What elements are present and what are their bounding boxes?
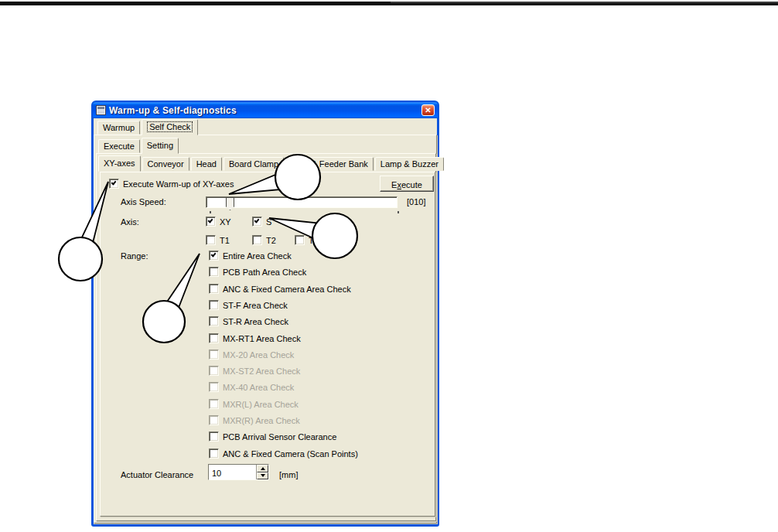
tab-label: Board Clamp: [229, 159, 278, 169]
spin-down-button[interactable]: [257, 472, 268, 480]
range-mx-40-area-check-checkbox: MX-40 Area Check: [209, 382, 294, 392]
range-st-r-area-check-checkbox[interactable]: ST-R Area Check: [209, 316, 288, 326]
tab-lamp-buzzer[interactable]: Lamp & Buzzer: [375, 157, 444, 171]
slider-tick-min: [210, 211, 211, 213]
tab-board-clamp[interactable]: Board Clamp: [224, 157, 284, 171]
range-mxr-l-area-check-checkbox: MXR(L) Area Check: [209, 399, 299, 409]
checkbox-box: [209, 431, 219, 442]
checkbox-label: MX-40 Area Check: [223, 382, 294, 392]
checkbox-box: [209, 251, 219, 261]
checkbox-box: [209, 399, 219, 409]
actuator-clearance-spinbox: [208, 464, 269, 480]
range-st-f-area-check-checkbox[interactable]: ST-F Area Check: [209, 300, 288, 310]
axis-label: Axis:: [121, 217, 139, 227]
range-mxr-r-area-check-checkbox: MXR(R) Area Check: [209, 415, 300, 425]
checkbox-label: XY: [220, 217, 231, 227]
tab-row-1: Warmup Self Check: [97, 119, 198, 135]
range-mx-rt1-area-check-checkbox[interactable]: MX-RT1 Area Check: [209, 333, 301, 343]
checkbox-box: [209, 316, 219, 326]
range-entire-area-check-checkbox[interactable]: Entire Area Check: [209, 251, 292, 261]
checkbox-label: Entire Area Check: [223, 251, 292, 261]
setting-page: XY-axesConveyorHeadBoard ClampANC & Feed…: [96, 153, 436, 521]
tab-head[interactable]: Head: [191, 157, 222, 171]
checkbox-box: [209, 300, 219, 310]
tab-self-check[interactable]: Self Check: [142, 119, 198, 135]
axis-t3-checkbox[interactable]: T3: [295, 235, 319, 245]
tab-warmup[interactable]: Warmup: [97, 121, 140, 135]
checkbox-box: [209, 284, 219, 294]
range-pcb-arrival-sensor-clearance-checkbox[interactable]: PCB Arrival Sensor Clearance: [209, 431, 336, 442]
check-mark-icon: [211, 251, 217, 257]
spin-up-icon: [261, 465, 265, 470]
checkbox-label: MXR(R) Area Check: [223, 415, 300, 425]
tab-row-2: Execute Setting: [98, 138, 179, 153]
checkbox-label: ST-R Area Check: [223, 316, 288, 326]
check-mark-icon: [111, 179, 117, 185]
title-bar[interactable]: Warm-up & Self-diagnostics ✕: [93, 102, 438, 118]
checkbox-box: [295, 235, 305, 245]
checkbox-label: ANC & Fixed Camera Area Check: [223, 284, 351, 294]
spin-buttons: [256, 465, 268, 479]
tab-label: XY-axes: [104, 159, 135, 168]
checkbox-label: MXR(L) Area Check: [223, 399, 299, 409]
axis-t1-checkbox[interactable]: T1: [206, 235, 230, 245]
checkbox-box: [252, 235, 262, 245]
self-check-page: Execute Setting XY-axesConveyorHeadBoard…: [94, 135, 437, 523]
checkbox-label: PCB Path Area Check: [223, 267, 306, 277]
checkbox-box: [209, 448, 219, 459]
actuator-clearance-input[interactable]: [209, 465, 256, 479]
tab-row-3: XY-axesConveyorHeadBoard ClampANC & Feed…: [98, 155, 444, 171]
spin-up-button[interactable]: [257, 465, 268, 472]
execute-warm-up-of-xy-axes-checkbox[interactable]: Execute Warm-up of XY-axes: [109, 179, 234, 189]
tab-label: ANC & Feeder Bank: [291, 159, 368, 169]
checkbox-box: [209, 415, 219, 425]
execute-button-label: Execute: [391, 180, 422, 189]
checkbox-label: T2: [266, 235, 276, 245]
checkbox-label: T1: [220, 235, 230, 245]
range-anc-fixed-camera-scan-points-checkbox[interactable]: ANC & Fixed Camera (Scan Points): [209, 448, 358, 459]
close-button[interactable]: ✕: [421, 104, 435, 116]
checkbox-label: T3: [309, 235, 319, 245]
checkbox-label: ANC & Fixed Camera (Scan Points): [223, 448, 358, 459]
range-anc-fixed-camera-area-check-checkbox[interactable]: ANC & Fixed Camera Area Check: [209, 284, 351, 294]
warmup-self-diagnostics-dialog: Warm-up & Self-diagnostics ✕ Warmup Self…: [91, 101, 439, 527]
checkbox-box: [206, 217, 216, 227]
checkbox-box: [209, 333, 219, 343]
tab-xy-axes[interactable]: XY-axes: [98, 155, 141, 172]
axis-t2-checkbox[interactable]: T2: [252, 235, 276, 245]
checkbox-box: [209, 366, 219, 376]
xy-axes-page: Execute Axis Speed: [010] Axis: Range: A…: [100, 172, 435, 517]
check-mark-icon: [208, 217, 213, 223]
axis-speed-slider-thumb[interactable]: [226, 197, 234, 210]
tab-conveyor[interactable]: Conveyor: [142, 157, 189, 171]
checkbox-label: PCB Arrival Sensor Clearance: [223, 431, 336, 442]
tab-label: Conveyor: [148, 159, 184, 169]
application-icon: [96, 105, 106, 115]
axis-speed-slider[interactable]: [206, 196, 398, 208]
tab-label: Lamp & Buzzer: [380, 159, 438, 169]
checkbox-label: Execute Warm-up of XY-axes: [123, 179, 234, 189]
range-mx-20-area-check-checkbox: MX-20 Area Check: [209, 350, 294, 360]
checkbox-box: [252, 217, 262, 227]
checkbox-label: MX-ST2 Area Check: [223, 366, 300, 376]
checkbox-label: ST-F Area Check: [223, 300, 288, 310]
range-pcb-path-area-check-checkbox[interactable]: PCB Path Area Check: [209, 267, 306, 277]
checkbox-label: S: [266, 217, 271, 227]
axis-s-checkbox[interactable]: S: [252, 217, 271, 227]
tab-label: Setting: [147, 141, 173, 150]
checkbox-box: [206, 235, 216, 245]
axis-xy-checkbox[interactable]: XY: [206, 217, 231, 227]
actuator-clearance-unit: [mm]: [279, 470, 298, 479]
execute-button[interactable]: Execute: [380, 176, 434, 192]
tab-execute[interactable]: Execute: [98, 139, 140, 153]
tab-anc-feeder-bank[interactable]: ANC & Feeder Bank: [285, 157, 374, 171]
tab-setting[interactable]: Setting: [142, 138, 179, 154]
checkbox-box: [209, 382, 219, 392]
axis-speed-label: Axis Speed:: [121, 197, 166, 206]
checkbox-label: MX-20 Area Check: [223, 350, 294, 360]
slider-tick-max: [398, 211, 399, 213]
document-page: Warm-up & Self-diagnostics ✕ Warmup Self…: [0, 0, 778, 532]
actuator-clearance-label: Actuator Clearance: [121, 470, 193, 479]
checkbox-label: MX-RT1 Area Check: [223, 333, 301, 343]
range-label: Range:: [121, 251, 148, 261]
